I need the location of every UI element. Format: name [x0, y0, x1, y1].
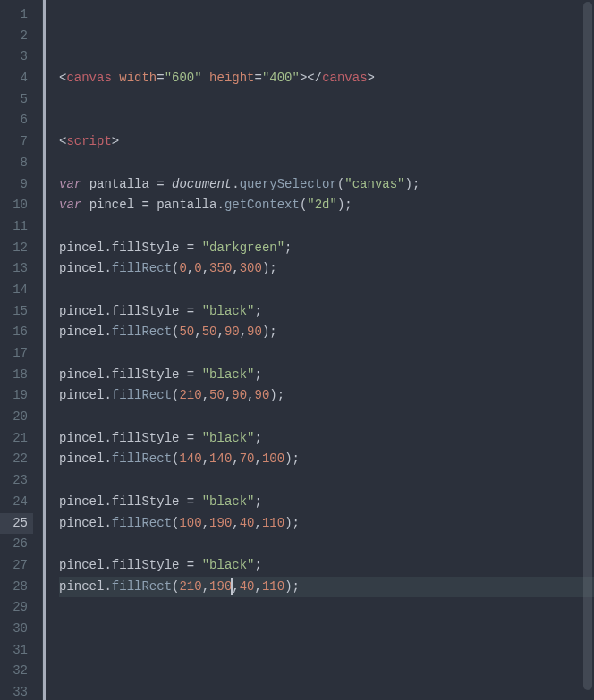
line-number: 23	[0, 470, 33, 492]
code-line[interactable]	[59, 470, 594, 492]
code-line[interactable]	[59, 534, 594, 555]
code-line[interactable]	[59, 110, 594, 131]
line-number: 30	[0, 619, 33, 640]
line-number: 11	[0, 216, 33, 238]
line-number: 26	[0, 534, 33, 555]
line-number: 14	[0, 280, 33, 301]
code-line[interactable]: <canvas width="600" height="400"></canva…	[59, 68, 594, 89]
code-line[interactable]	[59, 661, 594, 682]
line-number: 4	[0, 68, 33, 89]
code-line[interactable]: pincel.fillRect(140,140,70,100);	[59, 449, 594, 470]
code-area[interactable]: <canvas width="600" height="400"></canva…	[43, 0, 594, 700]
line-number: 1	[0, 4, 33, 26]
code-line[interactable]: pincel.fillRect(0,0,350,300);	[59, 258, 594, 280]
code-line[interactable]: <script>	[59, 131, 594, 153]
code-editor[interactable]: 1234567891011121314151617181920212223242…	[0, 0, 594, 700]
line-number: 6	[0, 110, 33, 131]
code-line[interactable]: var pantalla = document.querySelector("c…	[59, 174, 594, 196]
line-number: 29	[0, 597, 33, 619]
code-line[interactable]: pincel.fillStyle = "black";	[59, 555, 594, 577]
line-number: 24	[0, 492, 33, 513]
line-number-gutter: 1234567891011121314151617181920212223242…	[0, 0, 43, 700]
line-number: 13	[0, 258, 33, 280]
line-number: 3	[0, 46, 33, 68]
line-number: 7	[0, 131, 33, 153]
line-number: 15	[0, 301, 33, 323]
line-number: 33	[0, 682, 33, 700]
code-line[interactable]: pincel.fillStyle = "black";	[59, 428, 594, 450]
code-line[interactable]: pincel.fillRect(100,190,40,110);	[59, 513, 594, 535]
line-number: 5	[0, 89, 33, 111]
line-number: 21	[0, 428, 33, 450]
line-number: 17	[0, 343, 33, 365]
line-number: 18	[0, 365, 33, 386]
vertical-scrollbar[interactable]	[583, 2, 592, 700]
code-line[interactable]	[59, 153, 594, 174]
line-number: 10	[0, 195, 33, 216]
line-number: 2	[0, 26, 33, 47]
line-number: 27	[0, 555, 33, 577]
code-line[interactable]	[59, 640, 594, 662]
code-line[interactable]: pincel.fillStyle = "black";	[59, 301, 594, 323]
line-number: 16	[0, 322, 33, 343]
line-number: 19	[0, 385, 33, 407]
scroll-thumb[interactable]	[583, 2, 592, 690]
code-line[interactable]: var pincel = pantalla.getContext("2d");	[59, 195, 594, 216]
code-line[interactable]	[59, 682, 594, 700]
line-number: 8	[0, 153, 33, 174]
line-number: 12	[0, 238, 33, 259]
code-line[interactable]	[59, 89, 594, 111]
active-file-indicator	[43, 0, 46, 700]
line-number: 22	[0, 449, 33, 470]
code-line[interactable]: pincel.fillStyle = "black";	[59, 492, 594, 513]
code-line[interactable]	[59, 407, 594, 428]
code-line[interactable]	[59, 619, 594, 640]
line-number: 9	[0, 174, 33, 196]
code-line[interactable]: pincel.fillRect(50,50,90,90);	[59, 322, 594, 343]
code-line[interactable]: pincel.fillStyle = "darkgreen";	[59, 238, 594, 259]
line-number: 25	[0, 513, 33, 535]
code-line[interactable]: pincel.fillRect(210,50,90,90);	[59, 385, 594, 407]
line-number: 20	[0, 407, 33, 428]
line-number: 31	[0, 640, 33, 662]
code-line[interactable]: pincel.fillStyle = "black";	[59, 365, 594, 386]
code-line[interactable]	[59, 216, 594, 238]
line-number: 28	[0, 577, 33, 598]
line-number: 32	[0, 661, 33, 682]
code-line[interactable]	[59, 343, 594, 365]
code-line[interactable]	[59, 597, 594, 619]
code-line[interactable]	[59, 280, 594, 301]
code-line[interactable]: pincel.fillRect(210,190,40,110);	[59, 577, 594, 598]
